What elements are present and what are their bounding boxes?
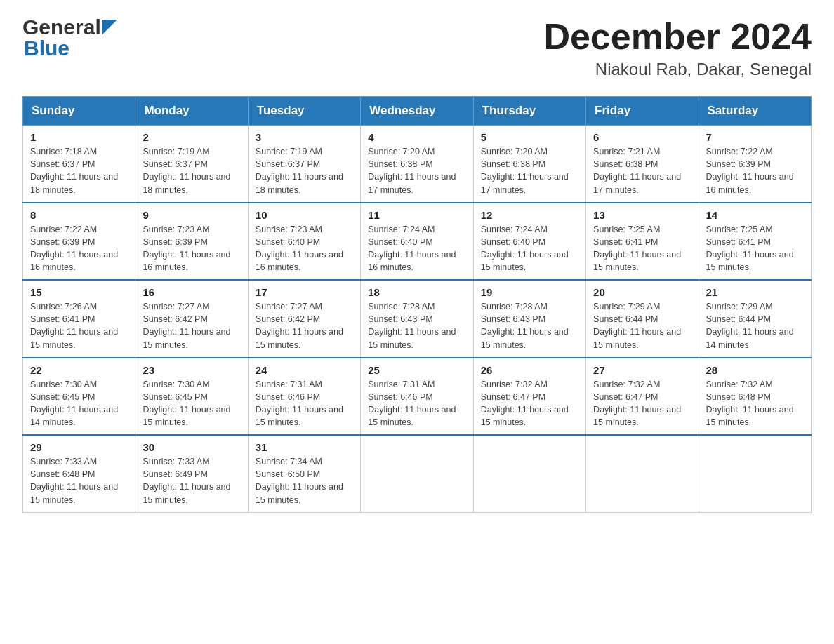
- day-info: Sunrise: 7:34 AM Sunset: 6:50 PM Dayligh…: [256, 455, 353, 507]
- daylight-text: Daylight: 11 hours and 15 minutes.: [143, 482, 230, 504]
- day-header-monday: Monday: [135, 97, 248, 126]
- calendar-cell: 19 Sunrise: 7:28 AM Sunset: 6:43 PM Dayl…: [473, 280, 585, 358]
- page-header: General Blue December 2024 Niakoul Rab, …: [22, 17, 812, 79]
- day-info: Sunrise: 7:28 AM Sunset: 6:43 PM Dayligh…: [368, 300, 465, 351]
- day-info: Sunrise: 7:26 AM Sunset: 6:41 PM Dayligh…: [30, 300, 128, 351]
- sunset-text: Sunset: 6:47 PM: [481, 392, 545, 402]
- daylight-text: Daylight: 11 hours and 15 minutes.: [481, 250, 569, 272]
- sunset-text: Sunset: 6:40 PM: [368, 237, 432, 247]
- calendar-cell: 1 Sunrise: 7:18 AM Sunset: 6:37 PM Dayli…: [23, 126, 135, 203]
- day-info: Sunrise: 7:33 AM Sunset: 6:49 PM Dayligh…: [143, 455, 240, 507]
- calendar-cell: 11 Sunrise: 7:24 AM Sunset: 6:40 PM Dayl…: [361, 203, 473, 281]
- title-block: December 2024 Niakoul Rab, Dakar, Senega…: [543, 17, 812, 79]
- daylight-text: Daylight: 11 hours and 17 minutes.: [593, 172, 681, 194]
- daylight-text: Daylight: 11 hours and 16 minutes.: [368, 250, 456, 272]
- logo-general-line: General: [22, 17, 117, 38]
- calendar-cell: 26 Sunrise: 7:32 AM Sunset: 6:47 PM Dayl…: [473, 358, 585, 436]
- calendar-cell: 13 Sunrise: 7:25 AM Sunset: 6:41 PM Dayl…: [586, 203, 699, 281]
- calendar-cell: 16 Sunrise: 7:27 AM Sunset: 6:42 PM Dayl…: [135, 280, 248, 358]
- sunset-text: Sunset: 6:40 PM: [481, 237, 545, 247]
- sunset-text: Sunset: 6:39 PM: [143, 237, 207, 247]
- sunrise-text: Sunrise: 7:31 AM: [368, 380, 435, 389]
- sunset-text: Sunset: 6:44 PM: [593, 314, 658, 324]
- day-info: Sunrise: 7:32 AM Sunset: 6:47 PM Dayligh…: [481, 378, 578, 429]
- daylight-text: Daylight: 11 hours and 18 minutes.: [256, 172, 343, 194]
- day-number: 5: [481, 131, 578, 143]
- calendar-cell: 31 Sunrise: 7:34 AM Sunset: 6:50 PM Dayl…: [248, 435, 360, 512]
- daylight-text: Daylight: 11 hours and 15 minutes.: [256, 327, 343, 349]
- sunrise-text: Sunrise: 7:32 AM: [706, 380, 773, 389]
- daylight-text: Daylight: 11 hours and 15 minutes.: [706, 405, 794, 427]
- daylight-text: Daylight: 11 hours and 15 minutes.: [368, 405, 456, 427]
- calendar-header-row: SundayMondayTuesdayWednesdayThursdayFrid…: [23, 97, 812, 126]
- sunrise-text: Sunrise: 7:25 AM: [706, 224, 773, 234]
- daylight-text: Daylight: 11 hours and 15 minutes.: [481, 327, 569, 349]
- calendar-cell: 24 Sunrise: 7:31 AM Sunset: 6:46 PM Dayl…: [248, 358, 360, 436]
- sunset-text: Sunset: 6:45 PM: [143, 392, 207, 402]
- calendar-week-row: 15 Sunrise: 7:26 AM Sunset: 6:41 PM Dayl…: [23, 280, 812, 358]
- calendar-cell: 8 Sunrise: 7:22 AM Sunset: 6:39 PM Dayli…: [23, 203, 135, 281]
- sunset-text: Sunset: 6:46 PM: [256, 392, 320, 402]
- day-number: 9: [143, 209, 240, 221]
- calendar-table: SundayMondayTuesdayWednesdayThursdayFrid…: [22, 96, 812, 513]
- sunset-text: Sunset: 6:39 PM: [30, 237, 95, 247]
- day-number: 19: [481, 286, 578, 298]
- sunset-text: Sunset: 6:40 PM: [256, 237, 320, 247]
- calendar-cell: 4 Sunrise: 7:20 AM Sunset: 6:38 PM Dayli…: [361, 126, 473, 203]
- day-info: Sunrise: 7:31 AM Sunset: 6:46 PM Dayligh…: [368, 378, 465, 429]
- sunset-text: Sunset: 6:43 PM: [368, 314, 432, 324]
- day-number: 31: [256, 441, 353, 453]
- day-number: 30: [143, 441, 240, 453]
- day-info: Sunrise: 7:33 AM Sunset: 6:48 PM Dayligh…: [30, 455, 128, 507]
- logo-general-text: General: [22, 17, 101, 38]
- day-number: 2: [143, 131, 240, 143]
- sunset-text: Sunset: 6:41 PM: [706, 237, 771, 247]
- sunset-text: Sunset: 6:49 PM: [143, 469, 207, 479]
- daylight-text: Daylight: 11 hours and 16 minutes.: [143, 250, 230, 272]
- calendar-cell: 9 Sunrise: 7:23 AM Sunset: 6:39 PM Dayli…: [135, 203, 248, 281]
- calendar-cell: 15 Sunrise: 7:26 AM Sunset: 6:41 PM Dayl…: [23, 280, 135, 358]
- sunset-text: Sunset: 6:41 PM: [30, 314, 95, 324]
- calendar-cell: [699, 435, 811, 512]
- sunset-text: Sunset: 6:48 PM: [706, 392, 771, 402]
- daylight-text: Daylight: 11 hours and 14 minutes.: [706, 327, 794, 349]
- sunrise-text: Sunrise: 7:24 AM: [368, 224, 435, 234]
- daylight-text: Daylight: 11 hours and 14 minutes.: [30, 405, 118, 427]
- daylight-text: Daylight: 11 hours and 15 minutes.: [593, 327, 681, 349]
- day-number: 21: [706, 286, 804, 298]
- sunset-text: Sunset: 6:44 PM: [706, 314, 771, 324]
- sunrise-text: Sunrise: 7:19 AM: [143, 147, 209, 156]
- day-number: 29: [30, 441, 128, 453]
- sunrise-text: Sunrise: 7:32 AM: [593, 380, 660, 389]
- day-info: Sunrise: 7:30 AM Sunset: 6:45 PM Dayligh…: [30, 378, 128, 429]
- calendar-cell: 18 Sunrise: 7:28 AM Sunset: 6:43 PM Dayl…: [361, 280, 473, 358]
- day-number: 4: [368, 131, 465, 143]
- day-number: 13: [593, 209, 691, 221]
- sunrise-text: Sunrise: 7:23 AM: [256, 224, 322, 234]
- logo-blue-text: Blue: [22, 38, 70, 59]
- calendar-cell: 20 Sunrise: 7:29 AM Sunset: 6:44 PM Dayl…: [586, 280, 699, 358]
- day-info: Sunrise: 7:21 AM Sunset: 6:38 PM Dayligh…: [593, 145, 691, 196]
- calendar-cell: 14 Sunrise: 7:25 AM Sunset: 6:41 PM Dayl…: [699, 203, 811, 281]
- daylight-text: Daylight: 11 hours and 15 minutes.: [256, 482, 343, 504]
- day-info: Sunrise: 7:20 AM Sunset: 6:38 PM Dayligh…: [368, 145, 465, 196]
- calendar-cell: 6 Sunrise: 7:21 AM Sunset: 6:38 PM Dayli…: [586, 126, 699, 203]
- calendar-cell: 10 Sunrise: 7:23 AM Sunset: 6:40 PM Dayl…: [248, 203, 360, 281]
- sunrise-text: Sunrise: 7:32 AM: [481, 380, 548, 389]
- sunrise-text: Sunrise: 7:25 AM: [593, 224, 660, 234]
- calendar-week-row: 29 Sunrise: 7:33 AM Sunset: 6:48 PM Dayl…: [23, 435, 812, 512]
- calendar-title: December 2024: [543, 17, 812, 57]
- day-info: Sunrise: 7:19 AM Sunset: 6:37 PM Dayligh…: [256, 145, 353, 196]
- day-number: 6: [593, 131, 691, 143]
- sunset-text: Sunset: 6:38 PM: [593, 159, 658, 169]
- daylight-text: Daylight: 11 hours and 16 minutes.: [706, 172, 794, 194]
- sunset-text: Sunset: 6:42 PM: [256, 314, 320, 324]
- calendar-cell: [586, 435, 699, 512]
- day-number: 3: [256, 131, 353, 143]
- sunrise-text: Sunrise: 7:22 AM: [30, 224, 97, 234]
- sunrise-text: Sunrise: 7:34 AM: [256, 457, 322, 467]
- day-info: Sunrise: 7:29 AM Sunset: 6:44 PM Dayligh…: [706, 300, 804, 351]
- calendar-cell: [473, 435, 585, 512]
- logo: General Blue: [22, 17, 117, 59]
- daylight-text: Daylight: 11 hours and 18 minutes.: [143, 172, 230, 194]
